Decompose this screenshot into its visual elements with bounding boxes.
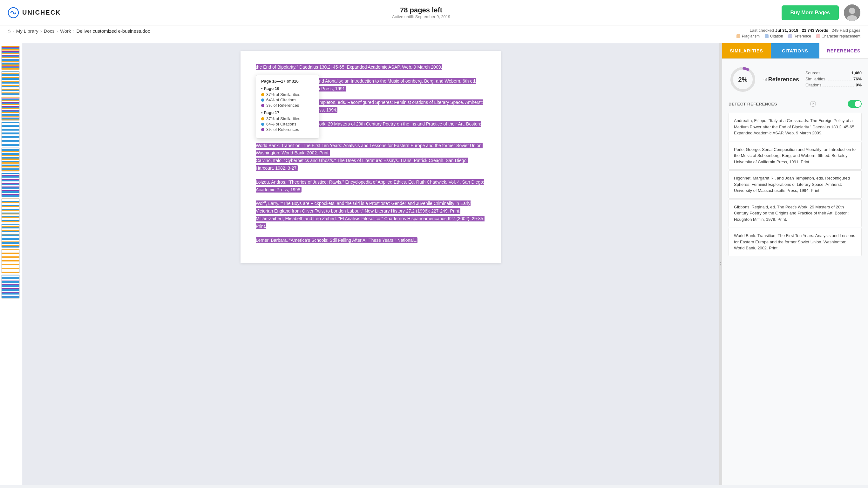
thumb-page-8[interactable] bbox=[1, 224, 20, 248]
thumb-page-4[interactable] bbox=[1, 122, 20, 146]
tooltip-p17-ref-text: 3% of References bbox=[266, 127, 299, 132]
legend-char-replacement: Character replacement bbox=[816, 34, 860, 38]
char-replacement-label: Character replacement bbox=[822, 34, 860, 38]
plagiarism-dot bbox=[737, 34, 740, 38]
tooltip-page16-label: • Page 16 bbox=[261, 86, 314, 91]
thumb-page-5[interactable] bbox=[1, 147, 20, 172]
breadcrumb-docs[interactable]: Docs bbox=[44, 28, 55, 34]
tooltip-p17-similarities: 37% of Similarities bbox=[261, 116, 314, 121]
tooltip-blue-dot-1 bbox=[261, 98, 264, 102]
ref-item-2[interactable]: Perle, George. Serial Composition and At… bbox=[728, 142, 862, 170]
citation-label: Citation bbox=[770, 34, 783, 38]
svg-point-2 bbox=[849, 8, 855, 14]
breadcrumb-sep-3: › bbox=[57, 28, 58, 34]
tooltip-p17-sim-text: 37% of Similarities bbox=[266, 116, 300, 121]
stat-similarities: Similarities 76% bbox=[805, 77, 862, 81]
thumb-page-3[interactable] bbox=[1, 97, 20, 121]
breadcrumb-work[interactable]: Work bbox=[60, 28, 71, 34]
stat-sources: Sources 1,460 bbox=[805, 70, 862, 75]
tabs-row: SIMILARITIES CITATIONS REFERENCES bbox=[722, 43, 868, 59]
detect-info-icon[interactable]: ? bbox=[810, 101, 816, 107]
stat-citations-val: 9% bbox=[856, 83, 862, 87]
last-checked-date: Jul 31, 2018 bbox=[775, 28, 799, 33]
thumb-page-10[interactable] bbox=[1, 274, 20, 299]
thumb-page-6[interactable] bbox=[1, 173, 20, 197]
header: UNICHECK 78 pages left Active untill: Se… bbox=[0, 0, 868, 25]
meta-sep-2: | bbox=[830, 28, 832, 33]
logo-text: UNICHECK bbox=[22, 9, 61, 16]
header-right: Buy More Pages bbox=[782, 4, 860, 21]
thumb-page-1[interactable] bbox=[1, 46, 20, 70]
breadcrumb-sep-4: › bbox=[73, 28, 75, 34]
breadcrumb-sep-2: › bbox=[40, 28, 42, 34]
ref-item-4[interactable]: Gibbons, Reginald, ed. The Poet's Work: … bbox=[728, 199, 862, 227]
tooltip-p17-cit-text: 64% of Citations bbox=[266, 122, 297, 126]
tooltip-title: Page 16—17 of 316 bbox=[261, 79, 314, 84]
ref-item-3[interactable]: Higonnet, Margaret R., and Joan Templeto… bbox=[728, 170, 862, 199]
reference-dot bbox=[788, 34, 792, 38]
doc-area: Page 16—17 of 316 • Page 16 37% of Simil… bbox=[22, 43, 719, 485]
highlighted-text-7: Wolff, Larry. "'The Boys are Pickpockets… bbox=[256, 201, 485, 229]
tooltip-purple-dot-2 bbox=[261, 128, 264, 131]
highlighted-text-8: Lerner, Barbara. "America's Schools: Sti… bbox=[256, 237, 417, 243]
pages-left: 78 pages left bbox=[392, 6, 451, 14]
paid-pages: 249 Paid pages bbox=[832, 28, 860, 33]
thumb-page-9[interactable] bbox=[1, 249, 20, 273]
detect-references-toggle[interactable] bbox=[848, 100, 862, 108]
tooltip-page16-section: • Page 16 37% of Similarities 64% of Cit… bbox=[261, 86, 314, 108]
plagiarism-label: Plagiarism bbox=[742, 34, 760, 38]
references-label-text: References bbox=[768, 76, 799, 83]
avatar bbox=[844, 4, 860, 21]
stat-citations-label: Citations bbox=[805, 83, 822, 87]
home-icon[interactable]: ⌂ bbox=[8, 28, 11, 34]
text-block-1: the End of Bipolarity." Daedalus 130.2: … bbox=[256, 64, 486, 71]
highlighted-text-5: World Bank. Transition, The First Ten Ye… bbox=[256, 143, 483, 171]
tooltip-page17-label: • Page 17 bbox=[261, 110, 314, 115]
tooltip-blue-dot-2 bbox=[261, 123, 264, 126]
detect-references-label: DETECT REFERENCES bbox=[728, 102, 777, 106]
header-center: 78 pages left Active untill: September 9… bbox=[392, 6, 451, 19]
text-block-8: Lerner, Barbara. "America's Schools: Sti… bbox=[256, 237, 486, 244]
stat-dots-2 bbox=[827, 77, 852, 81]
tab-similarities[interactable]: SIMILARITIES bbox=[722, 43, 771, 58]
doc-page: Page 16—17 of 316 • Page 16 37% of Simil… bbox=[241, 51, 501, 263]
tooltip-p16-ref-text: 3% of References bbox=[266, 103, 299, 108]
ref-item-5[interactable]: World Bank. Transition, The First Ten Ye… bbox=[728, 228, 862, 256]
unicheck-logo-icon bbox=[8, 7, 19, 19]
buy-more-pages-button[interactable]: Buy More Pages bbox=[782, 5, 839, 20]
donut-chart: 2% bbox=[728, 65, 757, 94]
tab-references[interactable]: REFERENCES bbox=[819, 43, 868, 58]
word-count: 21 743 Words bbox=[802, 28, 828, 33]
text-block-5: World Bank. Transition, The First Ten Ye… bbox=[256, 142, 486, 172]
tooltip-p16-cit-text: 64% of Citations bbox=[266, 97, 297, 102]
breadcrumb-sep-1: › bbox=[13, 28, 14, 34]
of-text: of bbox=[764, 77, 767, 82]
donut-percent: 2% bbox=[738, 76, 748, 83]
stat-dots-1 bbox=[822, 70, 850, 74]
main-layout: Page 16—17 of 316 • Page 16 37% of Simil… bbox=[0, 43, 868, 485]
tab-citations[interactable]: CITATIONS bbox=[771, 43, 819, 58]
breadcrumb: ⌂ › My Library › Docs › Work › Deliver c… bbox=[8, 28, 150, 34]
thumb-sidebar bbox=[0, 43, 22, 485]
breadcrumb-my-library[interactable]: My Library bbox=[16, 28, 38, 34]
active-until: Active untill: September 9, 2019 bbox=[392, 14, 451, 19]
logo-area: UNICHECK bbox=[8, 7, 61, 19]
stat-sources-label: Sources bbox=[805, 70, 821, 75]
thumb-page-7[interactable] bbox=[1, 198, 20, 222]
stat-sources-val: 1,460 bbox=[851, 70, 862, 75]
thumb-page-2[interactable] bbox=[1, 71, 20, 95]
tooltip-page17-section: • Page 17 37% of Similarities 64% of Cit… bbox=[261, 110, 314, 132]
reference-label: Reference bbox=[794, 34, 811, 38]
text-block-7: Wolff, Larry. "'The Boys are Pickpockets… bbox=[256, 200, 486, 230]
legend-plagiarism: Plagiarism bbox=[737, 34, 760, 38]
stats-area: 2% of References Sources 1,460 Similarit… bbox=[728, 65, 862, 94]
panel-divider[interactable]: ⋮ bbox=[719, 43, 722, 485]
tooltip-yellow-dot-1 bbox=[261, 93, 264, 96]
panel-content: 2% of References Sources 1,460 Similarit… bbox=[722, 59, 868, 485]
tooltip-p16-sim-text: 37% of Similarities bbox=[266, 92, 300, 97]
legend-reference: Reference bbox=[788, 34, 811, 38]
ref-item-1[interactable]: Andreatta, Filippo. "Italy at a Crossroa… bbox=[728, 113, 862, 141]
breadcrumb-current-doc: Deliver customized e-business.doc bbox=[76, 28, 150, 34]
tooltip-yellow-dot-2 bbox=[261, 117, 264, 120]
tooltip-p17-citations: 64% of Citations bbox=[261, 122, 314, 126]
